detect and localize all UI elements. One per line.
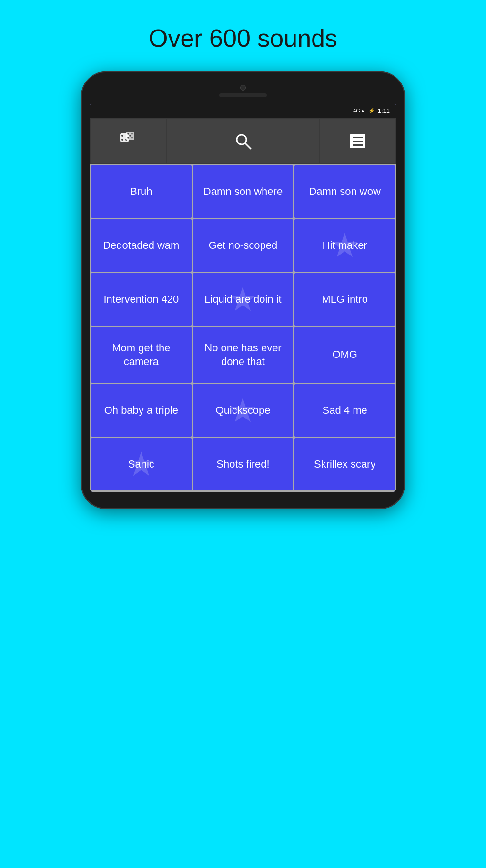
svg-point-8 xyxy=(127,137,129,139)
sound-button-4[interactable]: Get no-scoped xyxy=(193,219,294,272)
status-time: 1:11 xyxy=(378,107,390,114)
svg-point-9 xyxy=(131,137,133,139)
sound-button-8[interactable]: MLG intro xyxy=(294,273,395,326)
sound-button-5[interactable]: Hit maker xyxy=(294,219,395,272)
sound-button-14[interactable]: Sad 4 me xyxy=(294,384,395,437)
search-icon xyxy=(234,133,252,150)
sound-button-6[interactable]: Intervention 420 xyxy=(91,273,192,326)
phone-top-bar xyxy=(90,80,396,103)
sound-button-0[interactable]: Bruh xyxy=(91,165,192,218)
svg-rect-17 xyxy=(363,134,365,148)
app-toolbar xyxy=(90,118,396,164)
sound-button-10[interactable]: No one has ever done that xyxy=(193,327,294,383)
sound-button-9[interactable]: Mom get the camera xyxy=(91,327,192,383)
sound-button-11[interactable]: OMG xyxy=(294,327,395,383)
sound-button-17[interactable]: Skrillex scary xyxy=(294,438,395,490)
svg-rect-16 xyxy=(350,134,353,148)
phone-speaker xyxy=(219,93,267,97)
sound-button-16[interactable]: Shots fired! xyxy=(193,438,294,490)
sound-button-1[interactable]: Damn son where xyxy=(193,165,294,218)
battery-icon: ⚡ xyxy=(368,108,375,114)
sound-button-12[interactable]: Oh baby a triple xyxy=(91,384,192,437)
svg-point-3 xyxy=(122,139,123,141)
svg-point-7 xyxy=(129,135,131,137)
sound-button-15[interactable]: Sanic xyxy=(91,438,192,490)
sound-button-2[interactable]: Damn son wow xyxy=(294,165,395,218)
svg-point-5 xyxy=(127,133,129,135)
sound-button-3[interactable]: Dedotaded wam xyxy=(91,219,192,272)
page-title: Over 600 sounds xyxy=(149,24,337,52)
search-button[interactable] xyxy=(167,119,319,163)
phone-bottom-bar xyxy=(90,492,396,500)
svg-line-11 xyxy=(245,143,251,149)
sound-button-13[interactable]: Quickscope xyxy=(193,384,294,437)
svg-point-6 xyxy=(131,133,133,135)
sound-grid: BruhDamn son whereDamn son wowDedotaded … xyxy=(90,164,396,492)
grid-icon xyxy=(349,133,366,150)
dice-button[interactable] xyxy=(91,119,166,163)
phone-camera xyxy=(240,85,246,91)
network-icon: 4G▲ xyxy=(353,108,365,113)
dice-icon xyxy=(119,130,138,153)
sound-button-7[interactable]: Liquid are doin it xyxy=(193,273,294,326)
status-bar: 4G▲ ⚡ 1:11 xyxy=(90,103,396,118)
svg-point-1 xyxy=(122,135,123,137)
phone-frame: 4G▲ ⚡ 1:11 xyxy=(81,71,405,509)
grid-view-button[interactable] xyxy=(320,119,395,163)
phone-screen: 4G▲ ⚡ 1:11 xyxy=(90,103,396,492)
